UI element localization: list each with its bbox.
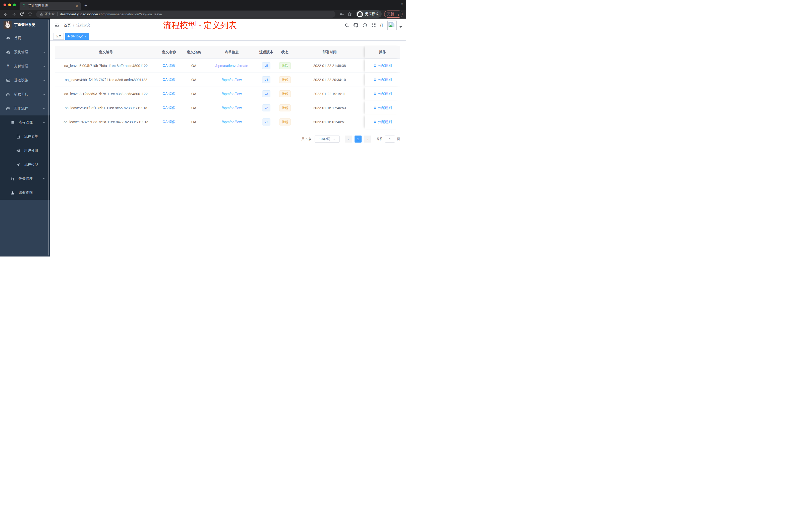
status-badge: 挂起 bbox=[279, 104, 291, 112]
sidebar-item-devtools[interactable]: 研发工具 bbox=[0, 87, 50, 101]
fullscreen-icon[interactable] bbox=[371, 23, 376, 28]
sidebar-item-leave-query[interactable]: 请假查询 bbox=[0, 186, 50, 200]
prev-page-button[interactable]: ‹ bbox=[345, 135, 352, 143]
sidebar-item-user-group[interactable]: 用户分组 bbox=[0, 144, 50, 158]
definition-name-link[interactable]: OA 请假 bbox=[163, 120, 175, 124]
tab-title: 芋道管理系统 bbox=[28, 3, 75, 8]
help-icon[interactable]: ? bbox=[362, 23, 367, 28]
update-browser-button[interactable]: 更新 ⋮ bbox=[384, 10, 403, 18]
address-bar[interactable]: 不安全 dashboard.yudao.iocoder.cn/bpm/manag… bbox=[36, 11, 336, 18]
minimize-window-button[interactable] bbox=[8, 3, 11, 6]
zoom-window-button[interactable] bbox=[13, 3, 16, 6]
sidebar-item-system[interactable]: 系统管理 bbox=[0, 45, 50, 59]
tag-process-definition[interactable]: 流程定义 × bbox=[65, 33, 89, 40]
sidebar-item-task-management[interactable]: 任务管理 bbox=[0, 172, 50, 186]
favicon-plant-icon bbox=[22, 4, 26, 8]
gear-icon bbox=[5, 50, 10, 55]
user-icon bbox=[373, 78, 377, 81]
form-info-link[interactable]: /bpm/oa/flow bbox=[222, 78, 241, 82]
goto-page-input[interactable] bbox=[385, 135, 395, 143]
close-window-button[interactable] bbox=[3, 3, 6, 6]
chevron-down-icon bbox=[43, 51, 46, 54]
forward-button[interactable] bbox=[10, 11, 17, 17]
search-icon[interactable] bbox=[345, 23, 349, 28]
sidebar-item-payment[interactable]: ¥ 支付管理 bbox=[0, 59, 50, 73]
form-info-link[interactable]: /bpm/oa/flow bbox=[222, 92, 241, 96]
next-page-button[interactable]: › bbox=[364, 135, 371, 143]
sidebar-item-label: 系统管理 bbox=[14, 50, 28, 55]
table-row: oa_leave:5:004b710b-7b8a-11ec-8ef0-acde4… bbox=[55, 59, 400, 73]
font-size-icon[interactable]: tT bbox=[380, 23, 383, 28]
sidebar-item-process-form[interactable]: 流程表单 bbox=[0, 129, 50, 144]
assign-rule-link[interactable]: 分配规则 bbox=[373, 78, 392, 82]
definition-name-link[interactable]: OA 请假 bbox=[163, 78, 175, 82]
deploy-time: 2022-01-16 01:40:51 bbox=[294, 115, 365, 129]
form-icon bbox=[16, 134, 21, 139]
deploy-time: 2022-01-16 17:46:53 bbox=[294, 101, 365, 115]
avatar[interactable] bbox=[387, 21, 397, 30]
sidebar-item-infrastructure[interactable]: 基础设施 bbox=[0, 73, 50, 87]
table-row: oa_leave:4:991f2193-7b7f-11ec-a3c8-acde4… bbox=[55, 73, 400, 87]
github-icon[interactable] bbox=[353, 23, 358, 28]
column-header: 操作 bbox=[365, 46, 400, 58]
app-logo[interactable]: 芋道管理系统 bbox=[0, 19, 50, 31]
dashboard-icon bbox=[5, 36, 10, 40]
assign-rule-link[interactable]: 分配规则 bbox=[373, 63, 392, 68]
table-row: oa_leave:2:3c1f0ef1-76b1-11ec-9c66-a2380… bbox=[55, 101, 400, 115]
tag-home[interactable]: 首页 bbox=[53, 33, 64, 40]
svg-text:?: ? bbox=[364, 24, 366, 27]
browser-tab[interactable]: 芋道管理系统 × bbox=[20, 2, 81, 10]
tab-search-caret-icon[interactable]: ∨ bbox=[401, 2, 403, 6]
bookmark-star-icon[interactable] bbox=[348, 12, 352, 16]
sidebar-item-process-model[interactable]: 流程模型 bbox=[0, 158, 50, 172]
not-secure-warning-icon bbox=[40, 12, 43, 16]
table-row: oa_leave:1:482ec033-762a-11ec-8477-a2380… bbox=[55, 115, 400, 129]
tag-close-icon[interactable]: × bbox=[85, 35, 87, 38]
sidebar-item-workflow[interactable]: 工作流程 bbox=[0, 101, 50, 116]
sidebar-item-home[interactable]: 首页 bbox=[0, 31, 50, 45]
definition-name-link[interactable]: OA 请假 bbox=[163, 63, 175, 68]
url-path: /bpm/manager/definition?key=oa_leave bbox=[103, 12, 162, 16]
page-size-select[interactable]: 10条/页 bbox=[315, 135, 340, 143]
column-header: 定义编号 bbox=[55, 46, 157, 58]
user-icon bbox=[373, 64, 377, 67]
sidebar-item-label: 支付管理 bbox=[14, 64, 28, 68]
form-info-link[interactable]: /bpm/oa/flow bbox=[222, 120, 241, 124]
deploy-time: 2022-01-22 21:48:38 bbox=[294, 59, 365, 72]
send-icon bbox=[16, 163, 21, 167]
back-button[interactable] bbox=[2, 11, 9, 17]
user-icon bbox=[373, 120, 377, 123]
sidebar: 芋道管理系统 首页 系统管理 ¥ 支付管理 bbox=[0, 19, 50, 256]
window-controls bbox=[3, 3, 16, 6]
table-body: oa_leave:5:004b710b-7b8a-11ec-8ef0-acde4… bbox=[55, 59, 400, 129]
definition-name-link[interactable]: OA 请假 bbox=[163, 92, 175, 96]
table-header-row: 定义编号 定义名称 定义分类 表单信息 流程版本 状态 部署时间 操作 bbox=[55, 46, 400, 59]
form-info-link[interactable]: /bpm/oa/leave/create bbox=[215, 64, 248, 68]
monitor-icon bbox=[5, 78, 10, 83]
new-tab-button[interactable]: + bbox=[84, 2, 87, 8]
column-header: 部署时间 bbox=[294, 46, 365, 58]
briefcase-icon bbox=[5, 107, 10, 111]
assign-rule-link[interactable]: 分配规则 bbox=[373, 92, 392, 96]
breadcrumb-home[interactable]: 首页 bbox=[64, 23, 71, 28]
list-icon bbox=[10, 120, 15, 125]
form-info-link[interactable]: /bpm/oa/flow bbox=[222, 106, 241, 110]
chevron-up-icon bbox=[43, 107, 46, 110]
collapse-sidebar-icon[interactable] bbox=[54, 23, 59, 28]
tab-close-icon[interactable]: × bbox=[75, 4, 78, 8]
browser-menu-dots-icon[interactable]: ⋮ bbox=[396, 12, 401, 16]
reload-button[interactable] bbox=[19, 11, 25, 17]
sidebar-item-process-management[interactable]: 流程管理 bbox=[0, 116, 50, 129]
user-icon bbox=[10, 191, 15, 195]
page-content: 定义编号 定义名称 定义分类 表单信息 流程版本 状态 部署时间 操作 oa_l… bbox=[50, 41, 406, 143]
current-page-button[interactable]: 1 bbox=[354, 135, 361, 143]
avatar-dropdown-caret-icon[interactable] bbox=[400, 26, 402, 28]
definition-name-link[interactable]: OA 请假 bbox=[163, 105, 175, 110]
password-key-icon[interactable] bbox=[340, 12, 344, 16]
assign-rule-link[interactable]: 分配规则 bbox=[373, 120, 392, 124]
assign-rule-link[interactable]: 分配规则 bbox=[373, 105, 392, 110]
breadcrumb: 首页 / 流程定义 bbox=[64, 23, 90, 28]
home-button[interactable] bbox=[27, 11, 33, 17]
pagination: 共 5 条 10条/页 ‹ 1 › 前往 页 bbox=[55, 135, 400, 143]
page-size-value: 10条/页 bbox=[319, 137, 330, 141]
